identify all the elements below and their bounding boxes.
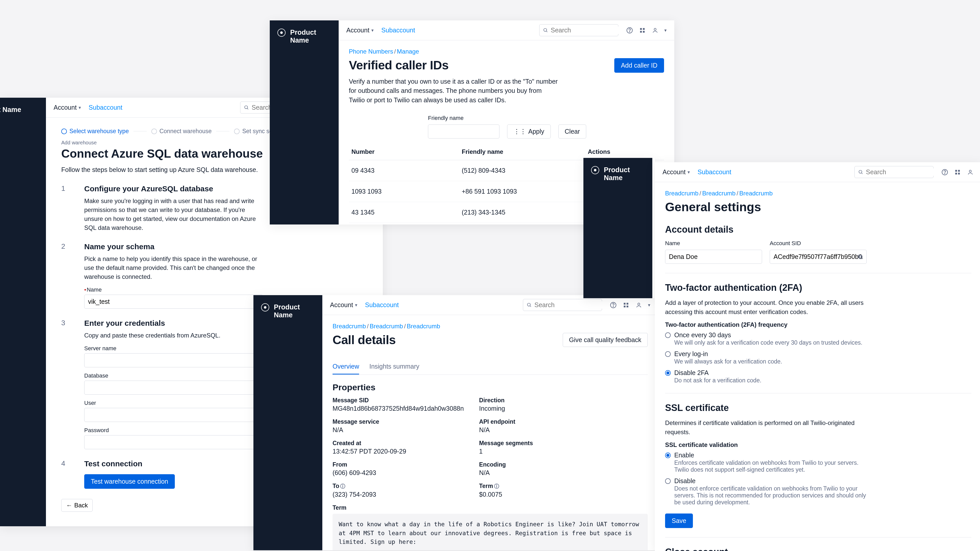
user-input[interactable]	[84, 408, 263, 422]
logo-icon	[591, 166, 599, 174]
database-input[interactable]	[84, 381, 263, 395]
user-icon[interactable]	[635, 302, 642, 309]
chevron-down-icon[interactable]: ▾	[648, 302, 650, 308]
sid-input[interactable]	[770, 250, 867, 264]
breadcrumb-link[interactable]: Breadcrumb	[702, 190, 735, 197]
svg-point-35	[969, 170, 971, 172]
cell-friendly: (512) 809-4343	[459, 160, 585, 181]
cell-number: 1093 1093	[349, 181, 459, 202]
server-input[interactable]	[84, 353, 263, 367]
svg-line-19	[530, 306, 531, 306]
password-input[interactable]	[84, 435, 263, 449]
apply-button[interactable]: ⋮⋮Apply	[507, 124, 551, 138]
subaccount-link[interactable]: Subaccount	[89, 104, 122, 111]
step-select-type[interactable]: Select warehouse type	[61, 128, 129, 135]
radio-label: Disable	[674, 477, 868, 485]
account-dropdown[interactable]: Account▾	[346, 27, 374, 34]
prop-value: N/A	[479, 426, 562, 433]
test-connection-button[interactable]: Test warehouse connection	[84, 474, 175, 489]
breadcrumb-link[interactable]: Breadcrumb	[665, 190, 698, 197]
tabs: Overview Insights summary	[332, 359, 648, 375]
radio-30days[interactable]: Once every 30 daysWe will only ask for a…	[665, 331, 971, 346]
grid-icon[interactable]	[954, 168, 961, 176]
add-caller-id-button[interactable]: Add caller ID	[614, 58, 664, 73]
cell-number: 09 4343	[349, 160, 459, 181]
prop-label: Termⓘ	[479, 483, 562, 490]
prop-value: N/A	[332, 426, 464, 433]
name-input[interactable]	[665, 250, 762, 264]
copy-icon[interactable]	[858, 254, 863, 260]
search-input[interactable]	[535, 301, 615, 309]
svg-point-9	[544, 28, 547, 32]
tab-insights[interactable]: Insights summary	[369, 359, 419, 375]
subaccount-link[interactable]: Subaccount	[697, 168, 731, 176]
search-box[interactable]	[854, 166, 934, 178]
svg-rect-34	[958, 173, 960, 175]
step-desc: Make sure you're logging in with a user …	[84, 197, 258, 232]
breadcrumb-link[interactable]: Manage	[397, 48, 419, 55]
prop-label: Message service	[332, 418, 464, 425]
radio-desc: We will always ask for a verification co…	[674, 358, 782, 365]
radio-every-login[interactable]: Every log-inWe will always ask for a ver…	[665, 350, 971, 365]
grid-icon[interactable]	[639, 27, 646, 34]
svg-rect-32	[958, 170, 960, 171]
info-icon[interactable]: ⓘ	[494, 483, 499, 489]
breadcrumb-link[interactable]: Breadcrumb	[369, 323, 403, 330]
step-connect[interactable]: Connect warehouse	[151, 128, 212, 135]
subaccount-link[interactable]: Subaccount	[381, 27, 415, 34]
svg-rect-16	[643, 31, 645, 33]
tab-overview[interactable]: Overview	[332, 359, 359, 375]
radio-icon	[665, 332, 671, 338]
radio-ssl-disable[interactable]: DisableDoes not enforce certificate vali…	[665, 477, 971, 506]
feedback-button[interactable]: Give call quality feedback	[563, 333, 648, 347]
radio-disable[interactable]: Disable 2FADo not ask for a verification…	[665, 369, 971, 384]
radio-ssl-enable[interactable]: EnableEnforces certificate validation on…	[665, 451, 971, 473]
breadcrumb-link[interactable]: Breadcrumb	[739, 190, 773, 197]
step-label: Connect warehouse	[159, 128, 212, 135]
breadcrumb-link[interactable]: Breadcrumb	[407, 323, 440, 330]
svg-line-1	[247, 108, 248, 109]
radio-desc: We will only ask for a verification code…	[674, 339, 862, 346]
col-actions: Actions	[585, 144, 664, 160]
search-box[interactable]	[523, 299, 602, 311]
search-input[interactable]	[866, 168, 947, 176]
chevron-down-icon: ▾	[355, 302, 357, 308]
chevron-down-icon[interactable]: ▾	[664, 27, 667, 33]
prop-value: (606) 609-4293	[332, 469, 464, 476]
svg-rect-22	[624, 303, 625, 305]
svg-point-30	[945, 173, 945, 174]
search-input[interactable]	[551, 27, 632, 34]
apply-label: Apply	[528, 128, 544, 135]
breadcrumb-link[interactable]: Phone Numbers	[349, 48, 393, 55]
product-name: Product Name	[604, 166, 645, 182]
user-icon[interactable]	[967, 168, 974, 176]
account-dropdown[interactable]: Account▾	[662, 168, 690, 176]
radio-icon	[665, 370, 671, 376]
account-dropdown[interactable]: Account▾	[330, 301, 357, 309]
prop-label: Message segments	[479, 440, 562, 447]
user-icon[interactable]	[652, 27, 659, 34]
account-label: Account	[54, 104, 76, 111]
help-icon[interactable]	[941, 168, 948, 176]
account-details-heading: Account details	[665, 224, 971, 235]
help-icon[interactable]	[626, 27, 633, 34]
account-dropdown[interactable]: Account ▾	[54, 104, 81, 111]
account-label: Account	[662, 168, 686, 176]
back-button[interactable]: ←Back	[61, 499, 93, 512]
breadcrumb-link[interactable]: Breadcrumb	[332, 323, 366, 330]
name-input[interactable]	[84, 295, 263, 309]
product-name: Product Name	[0, 106, 21, 114]
subaccount-link[interactable]: Subaccount	[365, 301, 399, 309]
grid-icon[interactable]	[622, 302, 630, 309]
info-icon[interactable]: ⓘ	[340, 483, 345, 489]
save-button[interactable]: Save	[665, 513, 693, 528]
account-label: Account	[330, 301, 353, 309]
search-box[interactable]	[539, 24, 618, 36]
prop-label: Message SID	[332, 397, 464, 404]
ssl-desc: Determines if certificate validation is …	[665, 418, 874, 437]
prop-label: Toⓘ	[332, 483, 464, 490]
clear-button[interactable]: Clear	[558, 124, 587, 138]
friendly-name-input[interactable]	[428, 124, 500, 138]
help-icon[interactable]	[610, 302, 617, 309]
prop-value: 13:42:57 PDT 2020-09-29	[332, 448, 464, 455]
